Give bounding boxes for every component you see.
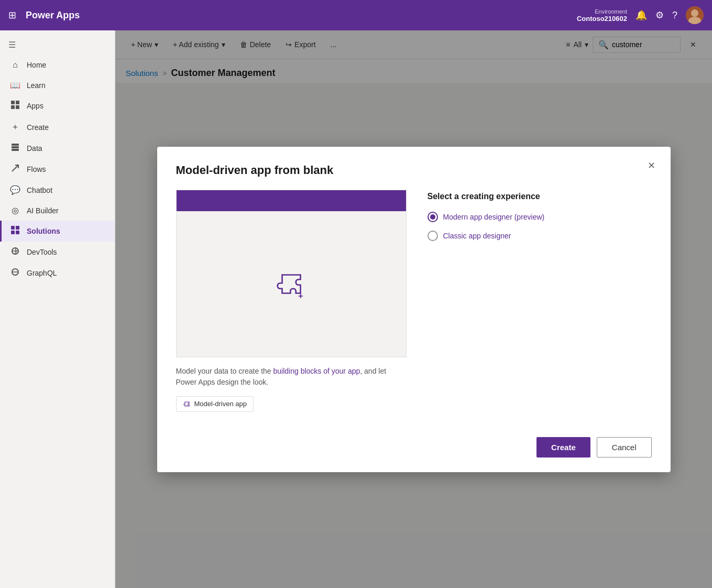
radio-circle-modern[interactable] (428, 212, 438, 222)
environment-label: Environment (595, 8, 627, 15)
modal: ✕ Model-driven app from blank + (157, 147, 671, 472)
apps-icon (10, 101, 20, 111)
app-title: Power Apps (26, 10, 572, 21)
radio-option-classic[interactable]: Classic app designer (428, 231, 652, 241)
modal-options-panel: Select a creating experience Modern app … (428, 190, 652, 412)
modal-title: Model-driven app from blank (176, 164, 652, 177)
sidebar-label-devtools: DevTools (27, 248, 57, 256)
modal-overlay: ✕ Model-driven app from blank + (115, 30, 712, 588)
preview-description: Model your data to create the building b… (176, 366, 407, 388)
svg-rect-8 (12, 149, 19, 151)
radio-circle-classic[interactable] (428, 231, 438, 241)
sidebar-item-ai-builder[interactable]: ◎ AI Builder (0, 200, 115, 221)
modal-footer: Create Cancel (176, 429, 652, 458)
tag-label: Model-driven app (194, 400, 247, 408)
svg-rect-6 (12, 144, 19, 146)
data-icon (10, 143, 20, 154)
sidebar-item-flows[interactable]: Flows (0, 159, 115, 180)
radio-label-modern: Modern app designer (preview) (443, 213, 545, 221)
sidebar-item-learn[interactable]: 📖 Learn (0, 75, 115, 95)
sidebar-item-chatbot[interactable]: 💬 Chatbot (0, 180, 115, 200)
svg-text:+: + (298, 291, 303, 300)
svg-point-0 (691, 9, 698, 17)
preview-content-area: + (177, 190, 406, 357)
svg-rect-7 (12, 146, 19, 148)
puzzle-icon: + (273, 266, 310, 302)
topbar: ⊞ Power Apps Environment Contoso210602 🔔… (0, 0, 712, 30)
radio-label-classic: Classic app designer (443, 232, 511, 240)
svg-rect-11 (11, 231, 15, 234)
create-button[interactable]: Create (536, 437, 590, 458)
sidebar-label-solutions: Solutions (27, 227, 60, 235)
preview-image: + (176, 190, 407, 357)
sidebar-label-apps: Apps (27, 102, 43, 110)
flows-icon (10, 164, 20, 175)
environment-name: Contoso210602 (577, 15, 627, 23)
modal-preview-panel: + Model your data to create the building… (176, 190, 407, 412)
svg-rect-5 (16, 105, 19, 109)
sidebar-item-solutions[interactable]: Solutions (0, 221, 115, 242)
sidebar-label-ai-builder: AI Builder (27, 206, 59, 215)
sidebar-label-flows: Flows (27, 165, 46, 173)
sidebar: ☰ ⌂ Home 📖 Learn Apps ＋ Create Data (0, 30, 115, 588)
home-icon: ⌂ (10, 60, 20, 70)
description-link[interactable]: building blocks of your app (273, 367, 360, 375)
model-driven-tag[interactable]: Model-driven app (176, 396, 254, 412)
chatbot-icon: 💬 (10, 185, 20, 195)
options-title: Select a creating experience (428, 192, 652, 201)
sidebar-item-home[interactable]: ⌂ Home (0, 55, 115, 75)
graphql-icon (10, 268, 20, 278)
content-area: + New ▾ + Add existing ▾ 🗑 Delete ↪ Expo… (115, 30, 712, 588)
sidebar-label-chatbot: Chatbot (27, 186, 52, 194)
learn-icon: 📖 (10, 80, 20, 90)
sidebar-label-data: Data (27, 144, 42, 153)
sidebar-label-create: Create (27, 123, 49, 132)
svg-point-1 (688, 17, 701, 24)
solutions-icon (10, 226, 20, 236)
main-layout: ☰ ⌂ Home 📖 Learn Apps ＋ Create Data (0, 30, 712, 588)
svg-rect-9 (11, 226, 15, 230)
sidebar-item-devtools[interactable]: DevTools (0, 242, 115, 263)
sidebar-item-create[interactable]: ＋ Create (0, 116, 115, 138)
ai-builder-icon: ◎ (10, 205, 20, 215)
create-label: Create (551, 443, 576, 452)
devtools-icon (10, 247, 20, 257)
radio-option-modern[interactable]: Modern app designer (preview) (428, 212, 652, 222)
settings-icon[interactable]: ⚙ (655, 9, 664, 21)
close-icon: ✕ (648, 160, 655, 171)
help-icon[interactable]: ? (672, 10, 677, 21)
svg-rect-12 (16, 231, 19, 234)
svg-rect-2 (11, 101, 15, 104)
topbar-right: Environment Contoso210602 🔔 ⚙ ? (577, 6, 704, 24)
svg-rect-10 (16, 226, 19, 230)
modal-close-button[interactable]: ✕ (643, 157, 660, 174)
environment-info: Environment Contoso210602 (577, 8, 627, 23)
sidebar-item-apps[interactable]: Apps (0, 95, 115, 116)
sidebar-label-graphql: GraphQL (27, 269, 57, 277)
preview-top-bar (177, 190, 406, 211)
notification-icon[interactable]: 🔔 (636, 9, 647, 21)
description-text: Model your data to create the (176, 367, 273, 375)
svg-rect-3 (16, 101, 19, 104)
sidebar-collapse[interactable]: ☰ (0, 35, 115, 55)
create-icon: ＋ (10, 122, 20, 133)
grid-icon[interactable]: ⊞ (8, 9, 16, 21)
tag-puzzle-icon (183, 400, 191, 408)
sidebar-item-graphql[interactable]: GraphQL (0, 263, 115, 284)
modal-body: + Model your data to create the building… (176, 190, 652, 412)
avatar[interactable] (686, 6, 704, 24)
sidebar-item-data[interactable]: Data (0, 138, 115, 159)
cancel-button[interactable]: Cancel (597, 437, 652, 458)
svg-rect-4 (11, 105, 15, 109)
cancel-label: Cancel (612, 443, 637, 452)
sidebar-label-home: Home (27, 61, 46, 69)
sidebar-label-learn: Learn (27, 81, 46, 90)
